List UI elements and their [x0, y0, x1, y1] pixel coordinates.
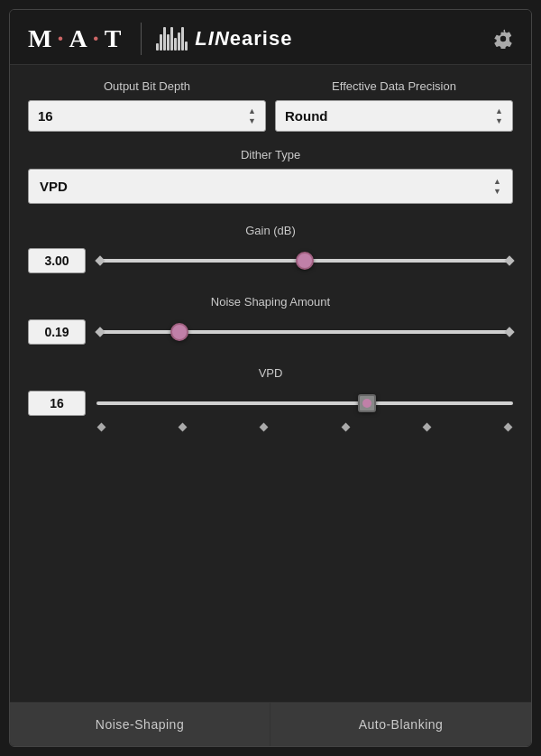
gain-slider-track: [96, 259, 513, 263]
waveform-bar-2: [160, 34, 162, 51]
effective-data-precision-select[interactable]: Round ▲ ▼: [275, 100, 513, 132]
vpd-tick-1: [97, 423, 106, 432]
noise-shaping-slider-track: [96, 330, 513, 334]
gain-label: Gain (dB): [28, 224, 513, 237]
vpd-section: VPD 16: [28, 366, 513, 419]
effective-data-precision-value: Round: [285, 108, 327, 124]
waveform-bar-8: [181, 27, 184, 51]
auto-blanking-button[interactable]: Auto-Blanking: [270, 703, 531, 746]
noise-shaping-slider-container[interactable]: [96, 316, 513, 348]
main-content: Output Bit Depth Effective Data Precisio…: [10, 65, 531, 702]
vpd-tick-6: [503, 423, 512, 432]
maat-logo: M·A·T: [28, 24, 126, 53]
noise-shaping-section: Noise Shaping Amount 0.19: [28, 295, 513, 348]
waveform-bar-6: [174, 38, 177, 51]
waveform-bar-7: [178, 32, 180, 51]
output-bit-depth-label: Output Bit Depth: [28, 79, 266, 93]
dither-type-label: Dither Type: [28, 148, 513, 161]
header: M·A·T LINearise: [10, 10, 531, 65]
vpd-slider-track: [96, 401, 513, 405]
noise-shaping-slider-row: 0.19: [28, 316, 513, 348]
vpd-slider-thumb[interactable]: [358, 394, 376, 412]
vpd-tick-3: [260, 423, 269, 432]
waveform-bar-9: [185, 41, 188, 51]
two-col-selects: 16 ▲ ▼ Round ▲ ▼: [28, 100, 513, 132]
header-divider: [141, 23, 142, 55]
vpd-tick-4: [341, 423, 350, 432]
noise-shaping-value[interactable]: 0.19: [28, 319, 86, 345]
gain-section: Gain (dB) 3.00: [28, 224, 513, 277]
vpd-tick-2: [179, 423, 188, 432]
two-col-labels: Output Bit Depth Effective Data Precisio…: [28, 79, 513, 93]
vpd-slider-row: 16: [28, 387, 513, 419]
output-bit-depth-value: 16: [38, 108, 53, 124]
plugin-container: M·A·T LINearise: [9, 9, 532, 747]
waveform-bar-3: [163, 27, 166, 51]
effective-data-precision-label: Effective Data Precision: [275, 79, 513, 93]
noise-shaping-slider-thumb[interactable]: [170, 323, 188, 341]
vpd-tick-row: [96, 424, 513, 430]
dither-type-arrows: ▲ ▼: [493, 177, 501, 196]
vpd-tick-5: [422, 423, 431, 432]
output-bit-depth-arrows: ▲ ▼: [248, 106, 256, 125]
product-name: LINearise: [195, 27, 292, 51]
waveform-bar-1: [156, 43, 159, 51]
gain-slider-row: 3.00: [28, 244, 513, 277]
gear-icon[interactable]: [493, 29, 513, 49]
waveform-bar-5: [170, 27, 173, 51]
bottom-buttons: Noise-Shaping Auto-Blanking: [10, 702, 531, 746]
dither-type-value: VPD: [40, 179, 68, 194]
gain-value[interactable]: 3.00: [28, 248, 86, 273]
waveform-bar-4: [167, 34, 170, 51]
noise-shaping-label: Noise Shaping Amount: [28, 295, 513, 309]
effective-data-precision-arrows: ▲ ▼: [495, 106, 503, 125]
noise-shaping-button[interactable]: Noise-Shaping: [10, 703, 270, 746]
output-bit-depth-select[interactable]: 16 ▲ ▼: [28, 100, 266, 132]
dither-type-select[interactable]: VPD ▲ ▼: [28, 169, 513, 204]
waveform-icon: [156, 27, 188, 51]
vpd-value[interactable]: 16: [28, 391, 86, 416]
gain-slider-thumb[interactable]: [296, 252, 314, 270]
vpd-slider-container[interactable]: [96, 387, 513, 419]
vpd-label: VPD: [28, 366, 513, 380]
linearise-section: LINearise: [156, 27, 292, 51]
gain-slider-container[interactable]: [96, 244, 513, 277]
